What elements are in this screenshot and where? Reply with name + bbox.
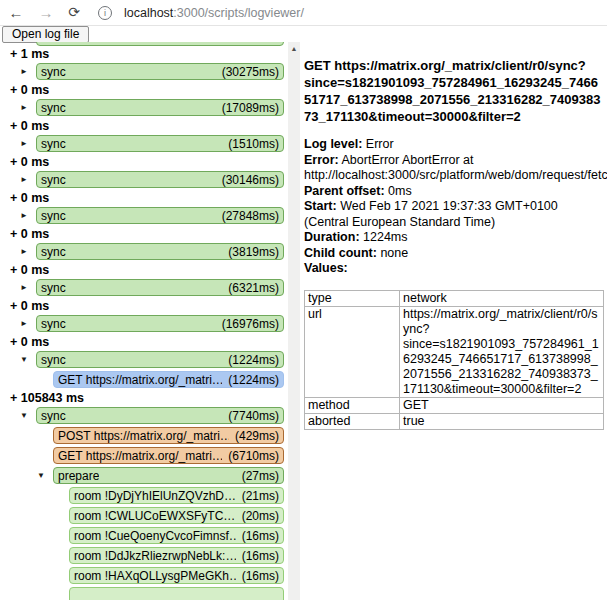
log-entry-bar[interactable]: sync (17089ms) <box>36 99 284 116</box>
log-entry-row: ► sync (30275ms) <box>0 63 284 80</box>
time-marker: + 0 ms <box>10 263 284 277</box>
time-marker: + 0 ms <box>10 335 284 349</box>
time-marker: + 0 ms <box>10 119 284 133</box>
error-field: Error: AbortError AbortError at http://l… <box>304 153 604 184</box>
log-entry-bar[interactable]: room !CWLUCoEWXSFyTC… (20ms) <box>69 507 284 524</box>
field-label: Duration: <box>304 230 360 244</box>
log-entry-bar[interactable]: room !HAXqOLLysgPMeGKh… (16ms) <box>69 567 284 584</box>
site-info-icon[interactable]: i <box>98 6 112 20</box>
field-label: Values: <box>304 261 348 275</box>
expand-arrow-icon[interactable]: ► <box>20 67 28 76</box>
selected-log-entry-bar[interactable]: GET https://matrix.org/_matri… (1224ms) <box>53 371 284 388</box>
log-entry-bar[interactable]: sync (27848ms) <box>36 207 284 224</box>
url-host: localhost <box>124 6 173 20</box>
field-label: Start: <box>304 199 337 213</box>
field-label: Child count: <box>304 246 377 260</box>
log-entry-duration: (30146ms) <box>222 173 279 187</box>
time-marker: + 105843 ms <box>10 391 284 405</box>
log-entry-duration: (27ms) <box>242 469 279 483</box>
expand-arrow-icon[interactable]: ▼ <box>20 355 28 364</box>
address-bar[interactable]: i localhost:3000/scripts/logviewer/ <box>98 6 304 20</box>
value-cell: GET <box>400 397 604 413</box>
reload-icon[interactable]: ⟳ <box>66 5 82 20</box>
log-entry-bar[interactable]: prepare (27ms) <box>53 467 284 484</box>
log-entry-duration: (30275ms) <box>222 65 279 79</box>
browser-toolbar: ← → ⟳ i localhost:3000/scripts/logviewer… <box>0 0 607 26</box>
log-entry-row: room !CueQoenyCvcoFimnsf… (16ms) <box>0 527 284 544</box>
log-entry-bar[interactable]: sync (6321ms) <box>36 279 284 296</box>
log-entry-row: ► sync (27848ms) <box>0 207 284 224</box>
expand-arrow-icon[interactable]: ▼ <box>20 411 28 420</box>
log-entry-bar[interactable]: sync (30146ms) <box>36 171 284 188</box>
log-entry-duration: (21ms) <box>242 489 279 503</box>
log-entry-row: ► sync (30146ms) <box>0 171 284 188</box>
time-marker: + 0 ms <box>10 191 284 205</box>
duration-field: Duration: 1224ms <box>304 230 604 246</box>
table-row: url https://matrix.org/_matrix/client/r0… <box>305 306 604 397</box>
child-count-field: Child count: none <box>304 246 604 262</box>
expand-arrow-icon[interactable]: ► <box>20 283 28 292</box>
tree-scrollbar[interactable]: ▲ <box>288 42 300 600</box>
log-entry-bar[interactable]: sync (30275ms) <box>36 63 284 80</box>
expand-arrow-icon[interactable]: ► <box>20 103 28 112</box>
log-entry-label: room !HAXqOLLysgPMeGKh… <box>74 569 236 583</box>
log-entry-row: ► sync (17089ms) <box>0 99 284 116</box>
open-log-file-button[interactable]: Open log file <box>2 26 89 43</box>
back-icon[interactable]: ← <box>8 5 24 20</box>
expand-arrow-icon[interactable]: ► <box>20 247 28 256</box>
log-entry-row: room !DyDjYhIElUnZQVzhD… (21ms) <box>0 487 284 504</box>
field-value: 1224ms <box>363 230 407 244</box>
table-row: method GET <box>305 397 604 413</box>
log-entry-bar[interactable]: sync (16976ms) <box>36 315 284 332</box>
log-entry-row: room !CWLUCoEWXSFyTC… (20ms) <box>0 507 284 524</box>
log-entry-row: ► sync (1510ms) <box>0 135 284 152</box>
log-entry-bar[interactable]: POST https://matrix.org/_matri… (429ms) <box>53 427 284 444</box>
log-entry-row: ► sync (3819ms) <box>0 243 284 260</box>
value-cell: true <box>400 413 604 429</box>
log-entry-label: sync <box>41 281 66 295</box>
field-value: 0ms <box>388 184 412 198</box>
expand-arrow-icon[interactable]: ► <box>20 211 28 220</box>
log-entry-bar[interactable] <box>69 587 284 600</box>
expand-arrow-icon[interactable]: ► <box>20 175 28 184</box>
log-entry-duration: (1224ms) <box>228 353 279 367</box>
log-entry-bar[interactable]: room !DdJkzRliezrwpNebLk:… (16ms) <box>69 547 284 564</box>
field-label: Error: <box>304 153 339 167</box>
forward-icon[interactable]: → <box>38 5 54 20</box>
log-entry-bar[interactable]: room !DyDjYhIElUnZQVzhD… (21ms) <box>69 487 284 504</box>
value-key: url <box>305 306 400 397</box>
log-entry-bar[interactable]: room !CueQoenyCvcoFimnsf… (16ms) <box>69 527 284 544</box>
time-marker: + 0 ms <box>10 83 284 97</box>
log-entry-duration: (20ms) <box>242 509 279 523</box>
expand-arrow-icon[interactable]: ► <box>20 319 28 328</box>
log-entry-row: ► sync (16976ms) <box>0 315 284 332</box>
log-entry-bar[interactable]: sync (1224ms) <box>36 351 284 368</box>
url-path: :3000/scripts/logviewer/ <box>173 6 304 20</box>
log-entry-duration: (16ms) <box>242 529 279 543</box>
time-marker: + 0 ms <box>10 299 284 313</box>
log-entry-label: sync <box>41 137 66 151</box>
value-key: type <box>305 290 400 306</box>
log-entry-duration: (429ms) <box>235 429 279 443</box>
log-entry-label: room !CWLUCoEWXSFyTC… <box>74 509 235 523</box>
values-table: type network url https://matrix.org/_mat… <box>304 290 604 430</box>
log-entry-bar[interactable]: sync (7740ms) <box>36 407 284 424</box>
log-entry-label: sync <box>41 65 66 79</box>
logviewer-main: + 1 ms ► sync (30275ms) + 0 ms ► sync (1… <box>0 42 607 600</box>
log-entry-duration: (16ms) <box>242 569 279 583</box>
log-entry-bar[interactable] <box>36 42 284 46</box>
log-entry-bar[interactable]: sync (3819ms) <box>36 243 284 260</box>
expand-arrow-icon[interactable]: ▼ <box>37 471 45 480</box>
log-entry-row: GET https://matrix.org/_matri… (1224ms) <box>0 371 284 388</box>
log-level-field: Log level: Error <box>304 137 604 153</box>
field-value: Error <box>366 137 394 151</box>
url-text[interactable]: localhost:3000/scripts/logviewer/ <box>124 6 304 20</box>
expand-arrow-icon[interactable]: ► <box>20 139 28 148</box>
log-entry-row: POST https://matrix.org/_matri… (429ms) <box>0 427 284 444</box>
log-entry-row: ▼ sync (7740ms) <box>0 407 284 424</box>
log-entry-label: POST https://matrix.org/_matri… <box>58 429 229 443</box>
scrollbar-up-arrow-icon[interactable]: ▲ <box>288 42 300 54</box>
log-entry-bar[interactable]: GET https://matrix.org/_matri… (6710ms) <box>53 447 284 464</box>
log-entry-bar[interactable]: sync (1510ms) <box>36 135 284 152</box>
values-field: Values: <box>304 261 604 277</box>
